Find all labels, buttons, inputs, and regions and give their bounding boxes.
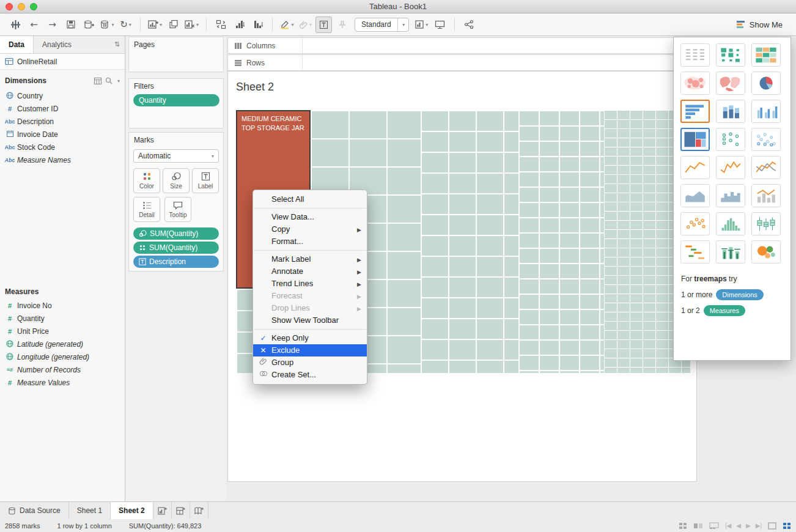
share-workbook-button[interactable] xyxy=(461,17,477,33)
presentation-mode-button[interactable] xyxy=(432,17,448,33)
dimension-measure-names[interactable]: Abc Measure Names xyxy=(0,153,125,166)
menu-item-select-all[interactable]: Select All xyxy=(253,193,367,205)
next-sheet-button[interactable]: ▶ xyxy=(746,522,751,529)
show-mark-labels-button[interactable] xyxy=(315,17,332,33)
new-worksheet-tab-button[interactable] xyxy=(153,502,172,519)
color-button[interactable]: Color xyxy=(133,168,160,193)
run-auto-updates-button[interactable]: ↻▾ xyxy=(117,17,134,33)
columns-shelf[interactable]: Columns xyxy=(227,37,697,54)
new-data-source-button[interactable] xyxy=(81,17,97,33)
showme-side-by-side-bars[interactable] xyxy=(751,100,781,123)
menu-item-format[interactable]: Format... xyxy=(253,235,367,248)
dimension-country[interactable]: Country xyxy=(0,89,125,102)
menu-item-annotate[interactable]: Annotate▶ xyxy=(253,265,367,278)
showme-stacked-bars[interactable] xyxy=(716,100,745,123)
showme-circle-views[interactable] xyxy=(716,128,745,151)
showme-dual-lines[interactable] xyxy=(751,156,781,179)
chevron-down-icon[interactable]: ▾ xyxy=(111,22,114,28)
filter-pill-quantity[interactable]: Quantity xyxy=(133,94,219,106)
showme-symbol-map[interactable] xyxy=(680,72,710,95)
pages-card[interactable]: Pages xyxy=(128,37,224,72)
sheet-sorter-view-button[interactable] xyxy=(783,522,791,530)
menu-item-group[interactable]: Group xyxy=(253,357,367,369)
menu-item-show-view-toolbar[interactable]: Show View Toolbar xyxy=(253,314,367,327)
duplicate-sheet-button[interactable] xyxy=(165,17,182,33)
data-source-item[interactable]: OnlineRetail xyxy=(0,54,125,70)
search-icon[interactable] xyxy=(105,77,112,84)
tableau-logo-button[interactable] xyxy=(7,17,24,33)
mark-pill-size-sum-quantity[interactable]: SUM(Quantity) xyxy=(133,227,219,240)
measure-number-of-records[interactable]: =# Number of Records xyxy=(0,363,125,376)
measure-invoice-no[interactable]: # Invoice No xyxy=(0,299,125,312)
showme-histogram[interactable] xyxy=(716,212,745,235)
dimension-stock-code[interactable]: Abc Stock Code xyxy=(0,141,125,153)
showme-box-and-whisker[interactable] xyxy=(751,212,781,235)
filters-card[interactable]: Filters Quantity xyxy=(128,78,224,128)
showme-side-by-side-circles[interactable] xyxy=(751,128,781,151)
showme-bullet-graph[interactable] xyxy=(716,240,745,264)
treemap-cells-small[interactable] xyxy=(518,110,604,373)
menu-item-trend-lines[interactable]: Trend Lines▶ xyxy=(253,278,367,290)
showme-pie-chart[interactable] xyxy=(751,72,781,95)
tab-sheet-2[interactable]: Sheet 2 xyxy=(111,502,153,519)
chevron-down-icon[interactable]: ▾ xyxy=(291,22,293,28)
save-button[interactable] xyxy=(62,17,79,33)
showme-dual-combination[interactable] xyxy=(751,184,781,207)
show-me-button[interactable]: Show Me xyxy=(730,17,789,33)
rows-shelf[interactable]: Rows xyxy=(227,54,697,71)
mark-pill-text-description[interactable]: Description xyxy=(133,256,219,268)
new-story-button[interactable] xyxy=(190,502,208,519)
showme-text-table[interactable] xyxy=(680,43,710,67)
measure-quantity[interactable]: # Quantity xyxy=(0,312,125,325)
pane-options-icon[interactable]: ⇅ xyxy=(109,36,125,53)
sort-ascending-button[interactable] xyxy=(231,17,248,33)
first-sheet-button[interactable]: |◀ xyxy=(725,522,731,529)
zoom-window-button[interactable] xyxy=(30,3,37,10)
size-button[interactable]: Size xyxy=(163,168,190,193)
treemap-cells-medium[interactable] xyxy=(421,110,518,373)
showme-heat-map[interactable] xyxy=(716,43,745,67)
last-sheet-button[interactable]: ▶| xyxy=(756,522,762,529)
dimension-invoice-date[interactable]: Invoice Date xyxy=(0,128,125,141)
showme-gantt[interactable] xyxy=(680,240,710,264)
show-sheet-sorter-button[interactable] xyxy=(679,522,687,530)
view-data-icon[interactable] xyxy=(94,78,101,84)
clear-sheet-button[interactable]: ▾ xyxy=(183,17,200,33)
pause-auto-updates-button[interactable]: ▾ xyxy=(99,17,116,33)
mark-type-dropdown[interactable]: Automatic ▾ xyxy=(133,149,219,163)
marks-card[interactable]: Marks Automatic ▾ Color Size Label xyxy=(128,132,224,272)
swap-rows-columns-button[interactable] xyxy=(213,17,229,33)
showme-discrete-lines[interactable] xyxy=(716,156,745,179)
chevron-down-icon[interactable]: ▾ xyxy=(129,22,131,28)
previous-sheet-button[interactable]: ◀ xyxy=(736,522,741,529)
chevron-down-icon[interactable]: ▾ xyxy=(160,22,162,28)
menu-item-exclude[interactable]: ✕ Exclude xyxy=(253,344,367,357)
close-window-button[interactable] xyxy=(6,3,13,10)
chevron-down-icon[interactable]: ▾ xyxy=(117,78,120,84)
tab-data[interactable]: Data xyxy=(0,36,34,53)
menu-item-mark-label[interactable]: Mark Label▶ xyxy=(253,253,367,265)
measure-latitude[interactable]: Latitude (generated) xyxy=(0,338,125,350)
showme-filled-map[interactable] xyxy=(716,72,745,95)
showme-scatter-plot[interactable] xyxy=(680,212,710,235)
tab-analytics[interactable]: Analytics xyxy=(34,36,80,53)
show-filmstrip-button[interactable] xyxy=(693,522,703,530)
dimension-customer-id[interactable]: # Customer ID xyxy=(0,102,125,115)
detail-button[interactable]: Detail xyxy=(133,197,160,222)
showme-treemap[interactable] xyxy=(680,128,710,151)
redo-button[interactable]: → xyxy=(44,17,61,33)
undo-button[interactable]: ← xyxy=(26,17,42,33)
showme-highlight-table[interactable] xyxy=(751,43,781,67)
new-dashboard-button[interactable] xyxy=(172,502,190,519)
minimize-window-button[interactable] xyxy=(18,3,25,10)
tab-data-source[interactable]: Data Source xyxy=(0,502,69,519)
mark-pill-color-sum-quantity[interactable]: SUM(Quantity) xyxy=(133,242,219,254)
showme-continuous-lines[interactable] xyxy=(680,156,710,179)
group-members-button[interactable]: ▾ xyxy=(297,17,314,33)
measure-measure-values[interactable]: # Measure Values xyxy=(0,376,125,389)
new-worksheet-button[interactable]: ▾ xyxy=(147,17,163,33)
menu-item-create-set[interactable]: Create Set... xyxy=(253,369,367,381)
menu-item-copy[interactable]: Copy▶ xyxy=(253,223,367,235)
tooltip-button[interactable]: Tooltip xyxy=(164,197,191,222)
chevron-down-icon[interactable]: ▾ xyxy=(309,22,312,28)
